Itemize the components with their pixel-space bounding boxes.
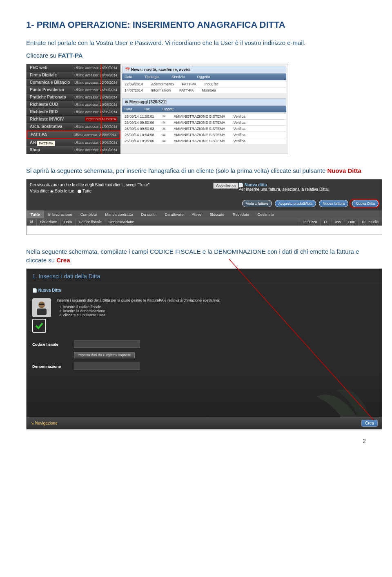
sidebar-item[interactable]: Richieste CUDUltimo accesso: 29/08/2014	[27, 101, 120, 108]
sidebar-item-label: Richieste RED	[30, 110, 58, 114]
tab[interactable]: Cestinate	[253, 210, 278, 218]
msg-row[interactable]: 25/09/14 10:54:58✉AMMINISTRAZIONE SISTEM…	[122, 132, 286, 138]
sidebar-item-access: Ultimo accesso: 11/09/2014	[74, 125, 117, 129]
pill-nuova-fattura[interactable]: Nuova fattura	[319, 200, 348, 207]
sidebar-item-access: Ultimo accesso: 16/09/2014	[74, 73, 117, 77]
screenshot-3: 1. Inserisci i dati della Ditta 📄 Nuova …	[26, 268, 382, 429]
col[interactable]: INV	[332, 218, 345, 226]
form-row-den: Denominazione	[27, 360, 382, 372]
form-box-title-row: 📄 Nuova Ditta	[27, 284, 382, 293]
tab[interactable]: Complete	[76, 210, 101, 218]
nav-link[interactable]: ↘ Navigazione	[31, 421, 58, 425]
step: cliccare sul pulsante Crea	[63, 313, 220, 317]
msg-row[interactable]: 26/09/14 09:50:03✉AMMINISTRAZIONE SISTEM…	[122, 125, 286, 132]
col[interactable]: Indirizzo	[300, 218, 321, 226]
sidebar-item[interactable]: Pratiche PatronatoUltimo accesso: 16/09/…	[27, 94, 120, 101]
tab[interactable]: Manca contratto	[101, 210, 137, 218]
sidebar-item[interactable]: Firma DigitaleUltimo accesso: 16/09/2014	[27, 72, 120, 79]
mid2c: .	[70, 257, 72, 264]
intro-2b: FATT-PA	[58, 52, 82, 59]
pill-acquisto[interactable]: Acquisto prodotti/lotti	[275, 200, 316, 207]
tab[interactable]: Da attivare	[161, 210, 188, 218]
pill-nuova-ditta[interactable]: Nuova Ditta	[352, 200, 379, 207]
col[interactable]: Denominazione	[105, 218, 300, 226]
radio-solo[interactable]	[50, 190, 53, 193]
import-button[interactable]: Importa dati da Registro Imprese	[74, 352, 135, 358]
mid-paragraph-2: Nella seguente schermata, compilate i ca…	[26, 247, 366, 264]
form-lead: Inserire i seguenti dati della Ditta per…	[57, 298, 220, 302]
sc2-left: Per visualizzare anche le ditte degli St…	[30, 183, 213, 193]
cell: AMMINISTRAZIONE SISTEMA	[174, 139, 225, 143]
msg-row[interactable]: 26/09/14 09:50:09✉AMMINISTRAZIONE SISTEM…	[122, 119, 286, 125]
label-codice-fiscale: Codice fiscale	[32, 342, 69, 347]
sidebar-item[interactable]: Comunica e BilancioUltimo accesso: 22/09…	[27, 79, 120, 86]
sidebar-item[interactable]: ShopUltimo accesso: 26/09/2014	[27, 146, 120, 154]
sidebar-item-fattpa[interactable]: FATT-PAUltimo accesso: 26/09/2014	[27, 130, 120, 139]
msg-row[interactable]: 25/09/14 10:35:06✉AMMINISTRAZIONE SISTEM…	[122, 138, 286, 144]
col[interactable]: Data	[60, 218, 75, 226]
form-row-import: Importa dati da Registro Imprese	[27, 350, 382, 360]
radio-solo-label: Solo le tue	[55, 189, 74, 193]
cell: Informazioni	[151, 88, 171, 92]
cell: Verifica	[234, 121, 246, 125]
tab[interactable]: Da contr.	[137, 210, 160, 218]
mid2a: Nella seguente schermata, compilate i ca…	[26, 248, 359, 264]
news-row[interactable]: 14/07/2014InformazioniFATT-PAMonitora	[122, 87, 286, 93]
annotation-line	[101, 64, 102, 154]
news-row[interactable]: 22/09/2014AdempimentoFATT-PAInput fat	[122, 81, 286, 87]
col[interactable]: Doc	[345, 218, 358, 226]
tab-bar: Tutte In lavorazione Complete Manca cont…	[27, 210, 382, 218]
mid1b-highlight: Nuova Ditta	[327, 167, 361, 174]
assist-wrap: Assistenza	[213, 183, 238, 193]
tab[interactable]: Recedute	[229, 210, 254, 218]
tab-tutte[interactable]: Tutte	[27, 210, 44, 218]
check-icon	[32, 319, 46, 333]
sidebar-item[interactable]: Arch. SostitutivaUltimo accesso: 11/09/2…	[27, 123, 120, 130]
step: inserire la denominazione	[63, 309, 220, 313]
help-text: Per visualizzare anche le ditte degli St…	[30, 183, 213, 187]
step: inserire il codice fiscale	[63, 305, 220, 309]
input-denominazione[interactable]	[74, 362, 140, 370]
sidebar-item-access: Ultimo accesso: 05/05/2014	[74, 110, 117, 114]
cell: FATT-PA	[182, 82, 196, 86]
col[interactable]: ID - studio	[358, 218, 382, 226]
col[interactable]: Ft.	[320, 218, 332, 226]
sidebar-item-label: Pratiche Patronato	[30, 95, 66, 99]
sidebar-item[interactable]: Richieste REDUltimo accesso: 05/05/2014	[27, 108, 120, 116]
sidebar-item[interactable]: PEC webUltimo accesso: 26/09/2014	[27, 64, 120, 72]
input-codice-fiscale[interactable]	[74, 340, 140, 348]
cell: AMMINISTRAZIONE SISTEMA	[174, 127, 225, 131]
crea-button[interactable]: Crea	[361, 420, 378, 427]
radio-tutte[interactable]	[78, 190, 81, 193]
col[interactable]: Situazione	[36, 218, 60, 226]
tab[interactable]: Bloccate	[205, 210, 228, 218]
sidebar-item[interactable]: Richieste INV/CIVPROSSIMA USCITA	[27, 116, 120, 123]
sidebar-item-label: FATT-PA	[31, 132, 47, 137]
cell: 26/09/14 09:50:09	[125, 121, 154, 125]
form-row-cf: Codice fiscale	[27, 338, 382, 350]
msg-title-text: Messaggi [320/321]	[129, 100, 167, 104]
sidebar-item-label: Firma Digitale	[30, 73, 57, 77]
col: Tipologia	[145, 75, 159, 79]
cell: Verifica	[234, 133, 246, 137]
assist-button[interactable]: Assistenza	[213, 183, 238, 189]
col[interactable]: id	[27, 218, 36, 226]
cell: Verifica	[234, 114, 246, 119]
empty-grid	[27, 226, 382, 235]
intro-paragraph-2: Cliccare su FATT-PA	[26, 51, 366, 60]
sidebar-item-access: Ultimo accesso: 26/09/2014	[74, 148, 117, 152]
col[interactable]: Codice fiscale	[75, 218, 105, 226]
msg-row[interactable]: 26/09/14 11:00:01✉AMMINISTRAZIONE SISTEM…	[122, 113, 286, 119]
cell: 26/09/14 11:00:01	[125, 114, 154, 119]
tab[interactable]: Attive	[187, 210, 205, 218]
step-text: cliccare sul pulsante Crea	[63, 313, 105, 317]
messages-header: Data Da: Oggett	[122, 106, 286, 112]
cell: Verifica	[234, 139, 246, 143]
sidebar-item-access: Ultimo accesso: 26/09/2014	[74, 66, 117, 70]
pill-vista[interactable]: Vista x fatture	[242, 200, 272, 207]
mid-paragraph-1: Si aprirà la seguente schermata, per ins…	[26, 166, 366, 175]
sidebar-item[interactable]: Punto PrevidenzaUltimo accesso: 26/09/20…	[27, 86, 120, 94]
label-denominazione: Denominazione	[32, 364, 69, 369]
tab[interactable]: In lavorazione	[44, 210, 76, 218]
cell: Verifica	[234, 127, 246, 131]
